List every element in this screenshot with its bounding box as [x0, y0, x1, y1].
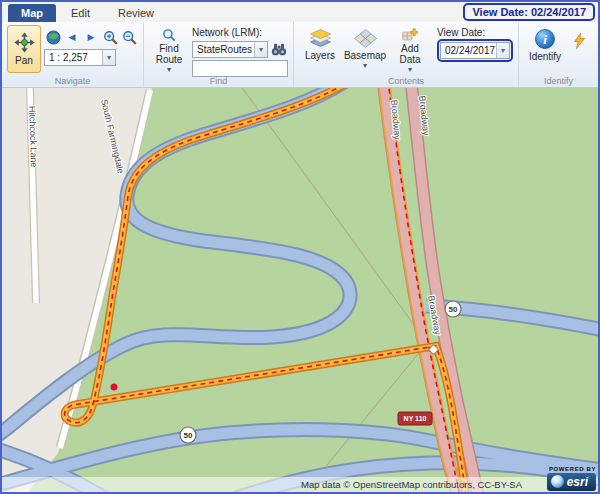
chevron-left-icon: ◀	[69, 32, 76, 42]
view-date-value: 02/24/2017	[445, 45, 495, 56]
route-point-marker	[111, 384, 118, 391]
next-extent-button[interactable]: ▶	[82, 28, 100, 46]
tab-edit[interactable]: Edit	[58, 4, 103, 22]
network-value: StateRoutes	[197, 44, 252, 55]
map-viewport: 50 50 NY 110 Hitchcock Lane South Farmin…	[2, 88, 598, 492]
app-window: Map Edit Review View Date: 02/24/2017 Pa…	[0, 0, 600, 494]
attribution-text: Map data © OpenStreetMap contributors, C…	[301, 479, 522, 490]
contents-group: Layers Basemap ▾ Add Data ▾	[294, 22, 519, 87]
basemap-button[interactable]: Basemap ▾	[344, 25, 386, 75]
zoom-out-button[interactable]	[120, 28, 138, 46]
layers-button[interactable]: Layers	[299, 25, 341, 75]
route-shield-50-left: 50	[180, 427, 196, 443]
navigate-controls: ◀ ▶	[44, 25, 138, 66]
identify-group: i Identify Identify	[519, 22, 598, 87]
layers-icon	[309, 28, 332, 49]
tab-map[interactable]: Map	[8, 4, 56, 22]
find-group-label: Find	[144, 76, 293, 86]
navigate-icon-row: ◀ ▶	[44, 28, 138, 46]
navigate-group: Pan ◀ ▶	[2, 22, 144, 87]
svg-text:50: 50	[449, 305, 458, 314]
zoom-in-button[interactable]	[101, 28, 119, 46]
chevron-down-icon: ▾	[254, 42, 267, 57]
find-route-label: Find Route	[150, 43, 188, 65]
chevron-down-icon: ▾	[363, 62, 367, 70]
flash-tool-button[interactable]	[569, 28, 589, 54]
pan-button[interactable]: Pan	[7, 25, 41, 73]
chevron-down-icon: ▾	[408, 66, 412, 74]
basemap-icon	[354, 28, 377, 49]
navigate-group-label: Navigate	[2, 76, 143, 86]
view-date-combo[interactable]: 02/24/2017 ▾	[440, 42, 510, 59]
layers-label: Layers	[305, 50, 335, 61]
map-canvas[interactable]: 50 50 NY 110 Hitchcock Lane South Farmin…	[2, 88, 598, 492]
identify-group-label: Identify	[519, 76, 598, 86]
svg-text:NY 110: NY 110	[404, 415, 427, 422]
find-route-search-button[interactable]	[270, 40, 288, 58]
info-icon: i	[534, 28, 556, 50]
view-date-annotation: 02/24/2017 ▾	[437, 39, 513, 62]
pan-icon	[14, 32, 35, 53]
svg-text:50: 50	[184, 431, 193, 440]
network-combo[interactable]: StateRoutes ▾	[192, 41, 268, 58]
identify-label: Identify	[529, 51, 561, 62]
esri-logo: POWERED BY esri	[547, 466, 596, 491]
pan-label: Pan	[15, 55, 33, 66]
find-route-button[interactable]: Find Route ▾	[149, 25, 189, 75]
full-extent-button[interactable]	[44, 28, 62, 46]
add-data-button[interactable]: Add Data ▾	[389, 25, 431, 75]
view-date-field: View Date: 02/24/2017 ▾	[437, 25, 513, 62]
route-shield-ny110: NY 110	[398, 412, 432, 425]
chevron-right-icon: ▶	[88, 32, 95, 42]
svg-text:i: i	[543, 32, 547, 47]
contents-group-label: Contents	[294, 76, 518, 86]
powered-by-label: POWERED BY	[549, 466, 596, 472]
binoculars-icon	[271, 42, 287, 57]
add-data-label: Add Data	[390, 43, 430, 65]
route-shield-50-right: 50	[445, 301, 461, 317]
previous-extent-button[interactable]: ◀	[63, 28, 81, 46]
basemap-label: Basemap	[344, 50, 386, 61]
chevron-down-icon: ▾	[102, 50, 115, 65]
ribbon-tab-bar: Map Edit Review View Date: 02/24/2017	[2, 2, 598, 22]
search-icon	[157, 28, 181, 42]
scale-combo[interactable]: 1 : 2,257 ▾	[44, 49, 116, 66]
identify-button[interactable]: i Identify	[524, 25, 566, 75]
network-lrm-label: Network (LRM):	[192, 27, 288, 38]
lightning-icon	[573, 33, 586, 49]
chevron-down-icon: ▾	[496, 43, 509, 58]
find-fields: Network (LRM): StateRoutes ▾	[192, 25, 288, 77]
zoom-in-icon	[103, 30, 118, 45]
scale-value: 1 : 2,257	[49, 52, 88, 63]
map-attribution: Map data © OpenStreetMap contributors, C…	[2, 477, 598, 492]
zoom-out-icon	[122, 30, 137, 45]
esri-badge: esri	[547, 473, 596, 491]
esri-wordmark: esri	[567, 476, 588, 488]
tab-review[interactable]: Review	[105, 4, 167, 22]
view-date-field-label: View Date:	[437, 27, 513, 38]
esri-globe-icon	[551, 475, 564, 488]
view-date-banner: View Date: 02/24/2017	[463, 3, 595, 21]
route-search-input[interactable]	[192, 60, 288, 77]
add-data-icon	[398, 28, 422, 42]
find-group: Find Route ▾ Network (LRM): StateRoutes …	[144, 22, 294, 87]
globe-icon	[46, 30, 61, 45]
chevron-down-icon: ▾	[167, 66, 171, 74]
ribbon: Pan ◀ ▶	[2, 22, 598, 88]
